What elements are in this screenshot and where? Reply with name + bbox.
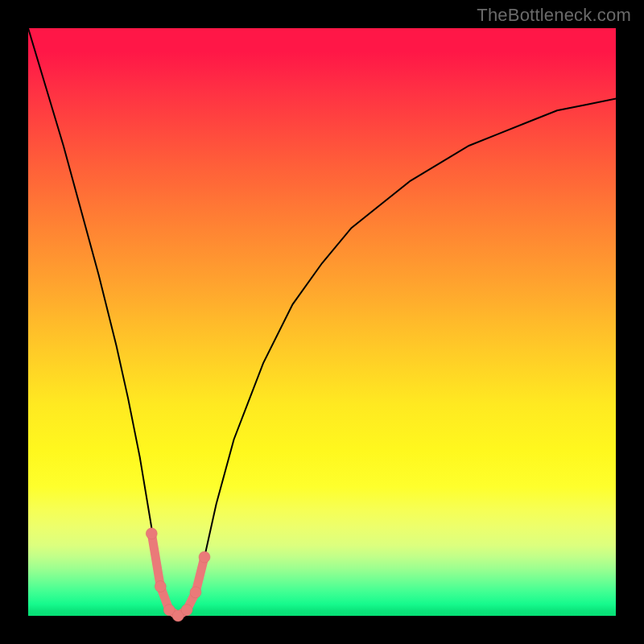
highlight-marker	[146, 528, 157, 539]
watermark-label: TheBottleneck.com	[477, 5, 631, 26]
chart-svg	[28, 28, 616, 616]
highlight-marker	[181, 605, 192, 616]
bottleneck-curve	[28, 28, 616, 616]
highlight-marker	[155, 581, 166, 592]
highlight-marker-stroke	[151, 534, 204, 616]
highlight-marker	[190, 587, 201, 598]
chart-frame: TheBottleneck.com	[0, 0, 644, 644]
highlight-markers	[146, 528, 210, 621]
highlight-marker	[199, 551, 210, 563]
